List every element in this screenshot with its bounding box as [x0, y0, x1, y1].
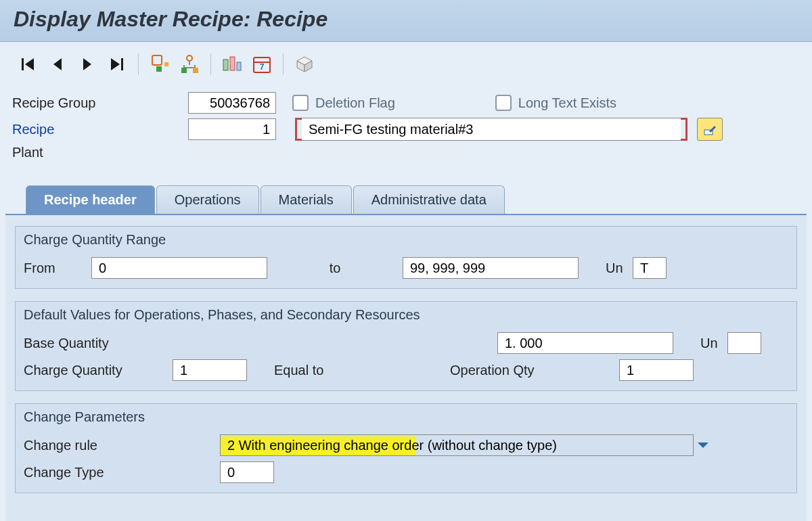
svg-rect-3	[156, 66, 162, 72]
tab-strip: Recipe header Operations Materials Admin…	[26, 183, 807, 214]
box-icon	[294, 54, 315, 74]
toolbar-separator	[283, 53, 284, 75]
capacity-icon	[222, 54, 242, 74]
first-record-button[interactable]	[15, 51, 41, 77]
group-charge-range: Charge Quantity Range From to Un	[15, 226, 797, 289]
page-title: Display Master Recipe: Recipe	[14, 7, 798, 32]
header-fields: Recipe Group Deletion Flag Long Text Exi…	[0, 87, 812, 183]
unit-label: Un	[606, 260, 633, 276]
box-button[interactable]	[292, 51, 317, 77]
change-params-title: Change Parameters	[16, 404, 796, 432]
toolbar-separator	[138, 53, 139, 75]
to-label: to	[267, 260, 403, 276]
recipe-description-input[interactable]	[302, 118, 681, 141]
svg-rect-11	[193, 68, 198, 73]
tree-icon	[179, 54, 200, 74]
tab-body: Charge Quantity Range From to Un Default…	[5, 214, 807, 521]
svg-rect-4	[164, 62, 168, 66]
change-type-label: Change Type	[24, 465, 220, 480]
recipe-group-input[interactable]	[188, 92, 276, 114]
svg-point-5	[187, 55, 192, 61]
svg-rect-1	[121, 58, 123, 70]
recipe-description-wrap	[295, 118, 687, 141]
tabs-container: Recipe header Operations Materials Admin…	[0, 183, 812, 521]
copy-hierarchy-icon	[150, 54, 170, 74]
charge-qty-label: Charge Quantity	[24, 363, 173, 378]
tab-materials[interactable]: Materials	[261, 185, 352, 214]
tab-admin-data[interactable]: Administrative data	[353, 185, 505, 214]
last-record-button[interactable]	[104, 51, 130, 77]
dropdown-icon[interactable]	[698, 443, 708, 448]
change-type-input[interactable]	[220, 461, 274, 483]
recipe-group-label: Recipe Group	[12, 95, 188, 111]
deletion-flag-label: Deletion Flag	[315, 95, 395, 111]
svg-text:7: 7	[260, 62, 265, 72]
recipe-label[interactable]: Recipe	[12, 122, 188, 137]
default-values-title: Default Values for Operations, Phases, a…	[16, 302, 796, 330]
toolbar: 7	[0, 42, 812, 87]
plant-label: Plant	[12, 145, 188, 160]
next-record-button[interactable]	[74, 51, 100, 77]
svg-rect-14	[237, 62, 241, 70]
svg-rect-10	[181, 68, 187, 73]
next-icon	[81, 57, 94, 72]
calendar-icon: 7	[252, 54, 272, 74]
plant-desc-redacted	[303, 145, 459, 164]
group-change-params: Change Parameters Change rule Change Typ…	[15, 403, 797, 493]
svg-rect-12	[223, 60, 228, 70]
svg-rect-13	[230, 57, 235, 70]
defaults-unit-input[interactable]	[727, 332, 761, 354]
group-default-values: Default Values for Operations, Phases, a…	[15, 301, 797, 391]
plant-value-redacted	[188, 145, 283, 164]
toolbar-separator	[210, 53, 211, 75]
pencil-icon	[702, 122, 717, 137]
from-label: From	[24, 260, 91, 276]
tab-operations[interactable]: Operations	[156, 185, 259, 214]
deletion-flag-checkbox[interactable]	[292, 95, 309, 111]
defaults-unit-label: Un	[700, 336, 727, 351]
bracket-left-icon	[295, 118, 302, 141]
last-icon	[110, 57, 125, 72]
operation-qty-input[interactable]	[619, 359, 694, 381]
prev-icon	[51, 57, 64, 72]
svg-rect-2	[152, 55, 162, 65]
long-text-label: Long Text Exists	[518, 95, 616, 111]
from-input[interactable]	[91, 257, 267, 279]
to-input[interactable]	[403, 257, 579, 279]
change-rule-dropdown[interactable]	[220, 434, 694, 456]
bracket-right-icon	[681, 118, 687, 141]
recipe-input[interactable]	[188, 118, 276, 140]
scheduling-button[interactable]: 7	[249, 51, 275, 77]
tree-structure-button[interactable]	[177, 51, 202, 77]
svg-rect-0	[22, 58, 24, 70]
capacity-button[interactable]	[219, 51, 245, 77]
base-qty-label: Base Quantity	[24, 336, 497, 351]
change-rule-label: Change rule	[24, 438, 220, 453]
title-bar: Display Master Recipe: Recipe	[0, 0, 812, 42]
edit-description-button[interactable]	[697, 118, 723, 141]
long-text-checkbox[interactable]	[495, 95, 512, 111]
base-qty-input[interactable]	[497, 332, 673, 354]
prev-record-button[interactable]	[45, 51, 70, 77]
tab-recipe-header[interactable]: Recipe header	[26, 185, 155, 214]
charge-range-title: Charge Quantity Range	[16, 227, 796, 254]
operation-qty-label: Operation Qty	[450, 363, 619, 378]
unit-input[interactable]	[633, 257, 667, 279]
equal-to-label: Equal to	[274, 363, 450, 378]
copy-hierarchy-button[interactable]	[147, 51, 173, 77]
first-icon	[20, 57, 35, 72]
charge-qty-input[interactable]	[173, 359, 247, 381]
